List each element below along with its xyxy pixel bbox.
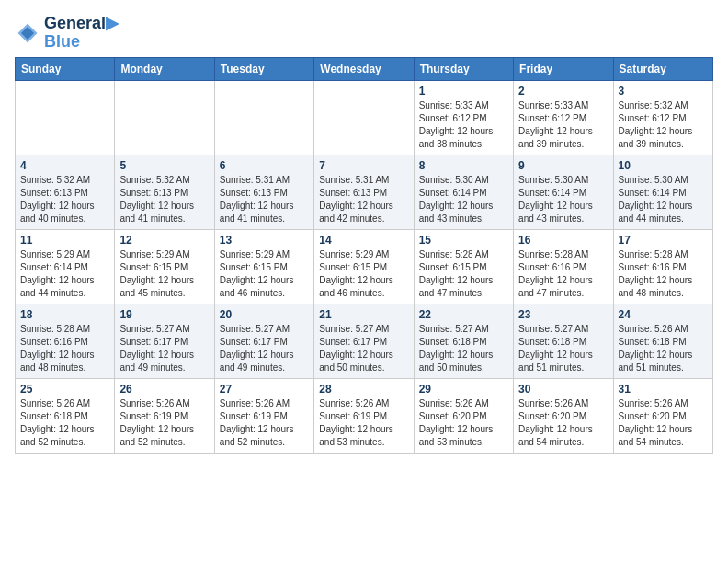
calendar-cell: 7Sunrise: 5:31 AM Sunset: 6:13 PM Daylig…	[314, 155, 414, 229]
day-number: 1	[419, 85, 508, 98]
calendar-cell: 2Sunrise: 5:33 AM Sunset: 6:12 PM Daylig…	[514, 80, 613, 155]
calendar-cell: 13Sunrise: 5:29 AM Sunset: 6:15 PM Dayli…	[214, 229, 313, 304]
day-info: Sunrise: 5:28 AM Sunset: 6:16 PM Dayligh…	[518, 248, 608, 300]
day-number: 24	[619, 308, 708, 321]
day-number: 29	[419, 383, 508, 396]
day-number: 6	[220, 159, 309, 172]
calendar-cell: 25Sunrise: 5:26 AM Sunset: 6:18 PM Dayli…	[16, 378, 115, 453]
day-info: Sunrise: 5:26 AM Sunset: 6:19 PM Dayligh…	[119, 397, 209, 449]
col-header-friday: Friday	[514, 57, 613, 80]
day-number: 17	[619, 234, 708, 247]
page-header: General▶ Blue	[15, 15, 713, 52]
calendar-cell: 26Sunrise: 5:26 AM Sunset: 6:19 PM Dayli…	[115, 378, 214, 453]
day-info: Sunrise: 5:28 AM Sunset: 6:16 PM Dayligh…	[20, 323, 109, 374]
calendar-cell	[314, 80, 414, 155]
calendar-cell	[115, 80, 214, 155]
col-header-tuesday: Tuesday	[214, 57, 313, 80]
day-info: Sunrise: 5:30 AM Sunset: 6:14 PM Dayligh…	[619, 174, 708, 225]
day-number: 20	[220, 308, 309, 321]
day-info: Sunrise: 5:32 AM Sunset: 6:12 PM Dayligh…	[619, 99, 708, 151]
col-header-monday: Monday	[115, 57, 214, 80]
calendar-cell: 14Sunrise: 5:29 AM Sunset: 6:15 PM Dayli…	[314, 229, 414, 304]
day-number: 14	[319, 234, 408, 247]
calendar-cell: 16Sunrise: 5:28 AM Sunset: 6:16 PM Dayli…	[514, 229, 613, 304]
day-number: 21	[319, 308, 408, 321]
calendar-cell: 5Sunrise: 5:32 AM Sunset: 6:13 PM Daylig…	[115, 155, 214, 229]
day-number: 3	[619, 85, 708, 98]
day-info: Sunrise: 5:26 AM Sunset: 6:19 PM Dayligh…	[319, 397, 408, 449]
day-info: Sunrise: 5:29 AM Sunset: 6:14 PM Dayligh…	[20, 248, 109, 300]
calendar-cell: 23Sunrise: 5:27 AM Sunset: 6:18 PM Dayli…	[514, 304, 613, 378]
day-number: 11	[20, 234, 109, 247]
day-info: Sunrise: 5:30 AM Sunset: 6:14 PM Dayligh…	[419, 174, 508, 225]
day-info: Sunrise: 5:27 AM Sunset: 6:17 PM Dayligh…	[220, 323, 309, 374]
col-header-thursday: Thursday	[414, 57, 513, 80]
day-number: 2	[518, 85, 608, 98]
calendar-cell: 21Sunrise: 5:27 AM Sunset: 6:17 PM Dayli…	[314, 304, 414, 378]
calendar-cell: 24Sunrise: 5:26 AM Sunset: 6:18 PM Dayli…	[613, 304, 712, 378]
calendar-cell: 11Sunrise: 5:29 AM Sunset: 6:14 PM Dayli…	[16, 229, 115, 304]
day-info: Sunrise: 5:30 AM Sunset: 6:14 PM Dayligh…	[518, 174, 608, 225]
day-info: Sunrise: 5:32 AM Sunset: 6:13 PM Dayligh…	[119, 174, 209, 225]
calendar-cell: 15Sunrise: 5:28 AM Sunset: 6:15 PM Dayli…	[414, 229, 513, 304]
day-info: Sunrise: 5:29 AM Sunset: 6:15 PM Dayligh…	[119, 248, 209, 300]
day-info: Sunrise: 5:26 AM Sunset: 6:20 PM Dayligh…	[419, 397, 508, 449]
day-number: 8	[419, 159, 508, 172]
day-info: Sunrise: 5:31 AM Sunset: 6:13 PM Dayligh…	[220, 174, 309, 225]
day-info: Sunrise: 5:26 AM Sunset: 6:18 PM Dayligh…	[619, 323, 708, 374]
day-number: 23	[518, 308, 608, 321]
col-header-sunday: Sunday	[16, 57, 115, 80]
logo-text: General▶ Blue	[44, 15, 119, 52]
day-info: Sunrise: 5:27 AM Sunset: 6:17 PM Dayligh…	[319, 323, 408, 374]
day-number: 13	[220, 234, 309, 247]
calendar-cell: 4Sunrise: 5:32 AM Sunset: 6:13 PM Daylig…	[16, 155, 115, 229]
day-info: Sunrise: 5:27 AM Sunset: 6:18 PM Dayligh…	[419, 323, 508, 374]
day-info: Sunrise: 5:28 AM Sunset: 6:15 PM Dayligh…	[419, 248, 508, 300]
day-info: Sunrise: 5:27 AM Sunset: 6:18 PM Dayligh…	[518, 323, 608, 374]
calendar-cell: 20Sunrise: 5:27 AM Sunset: 6:17 PM Dayli…	[214, 304, 313, 378]
col-header-wednesday: Wednesday	[314, 57, 414, 80]
day-number: 7	[319, 159, 408, 172]
day-info: Sunrise: 5:32 AM Sunset: 6:13 PM Dayligh…	[20, 174, 109, 225]
day-number: 10	[619, 159, 708, 172]
calendar-cell: 30Sunrise: 5:26 AM Sunset: 6:20 PM Dayli…	[514, 378, 613, 453]
col-header-saturday: Saturday	[613, 57, 712, 80]
calendar-cell: 28Sunrise: 5:26 AM Sunset: 6:19 PM Dayli…	[314, 378, 414, 453]
calendar-cell: 27Sunrise: 5:26 AM Sunset: 6:19 PM Dayli…	[214, 378, 313, 453]
calendar-cell: 12Sunrise: 5:29 AM Sunset: 6:15 PM Dayli…	[115, 229, 214, 304]
calendar-cell: 31Sunrise: 5:26 AM Sunset: 6:20 PM Dayli…	[613, 378, 712, 453]
calendar-cell: 22Sunrise: 5:27 AM Sunset: 6:18 PM Dayli…	[414, 304, 513, 378]
calendar-cell: 18Sunrise: 5:28 AM Sunset: 6:16 PM Dayli…	[16, 304, 115, 378]
day-number: 26	[119, 383, 209, 396]
day-number: 12	[119, 234, 209, 247]
calendar-cell: 10Sunrise: 5:30 AM Sunset: 6:14 PM Dayli…	[613, 155, 712, 229]
day-info: Sunrise: 5:26 AM Sunset: 6:20 PM Dayligh…	[518, 397, 608, 449]
calendar-cell: 29Sunrise: 5:26 AM Sunset: 6:20 PM Dayli…	[414, 378, 513, 453]
calendar-cell: 17Sunrise: 5:28 AM Sunset: 6:16 PM Dayli…	[613, 229, 712, 304]
day-number: 25	[20, 383, 109, 396]
calendar-cell	[214, 80, 313, 155]
day-number: 30	[518, 383, 608, 396]
day-info: Sunrise: 5:27 AM Sunset: 6:17 PM Dayligh…	[119, 323, 209, 374]
day-number: 18	[20, 308, 109, 321]
day-number: 19	[119, 308, 209, 321]
day-info: Sunrise: 5:26 AM Sunset: 6:18 PM Dayligh…	[20, 397, 109, 449]
day-info: Sunrise: 5:28 AM Sunset: 6:16 PM Dayligh…	[619, 248, 708, 300]
day-info: Sunrise: 5:33 AM Sunset: 6:12 PM Dayligh…	[518, 99, 608, 151]
day-number: 31	[619, 383, 708, 396]
day-number: 16	[518, 234, 608, 247]
day-number: 15	[419, 234, 508, 247]
day-info: Sunrise: 5:31 AM Sunset: 6:13 PM Dayligh…	[319, 174, 408, 225]
calendar-cell	[16, 80, 115, 155]
day-info: Sunrise: 5:33 AM Sunset: 6:12 PM Dayligh…	[419, 99, 508, 151]
day-number: 28	[319, 383, 408, 396]
calendar-cell: 1Sunrise: 5:33 AM Sunset: 6:12 PM Daylig…	[414, 80, 513, 155]
day-number: 5	[119, 159, 209, 172]
logo: General▶ Blue	[15, 15, 119, 52]
day-number: 22	[419, 308, 508, 321]
calendar-cell: 6Sunrise: 5:31 AM Sunset: 6:13 PM Daylig…	[214, 155, 313, 229]
day-number: 27	[220, 383, 309, 396]
calendar-cell: 3Sunrise: 5:32 AM Sunset: 6:12 PM Daylig…	[613, 80, 712, 155]
calendar-cell: 9Sunrise: 5:30 AM Sunset: 6:14 PM Daylig…	[514, 155, 613, 229]
day-number: 4	[20, 159, 109, 172]
